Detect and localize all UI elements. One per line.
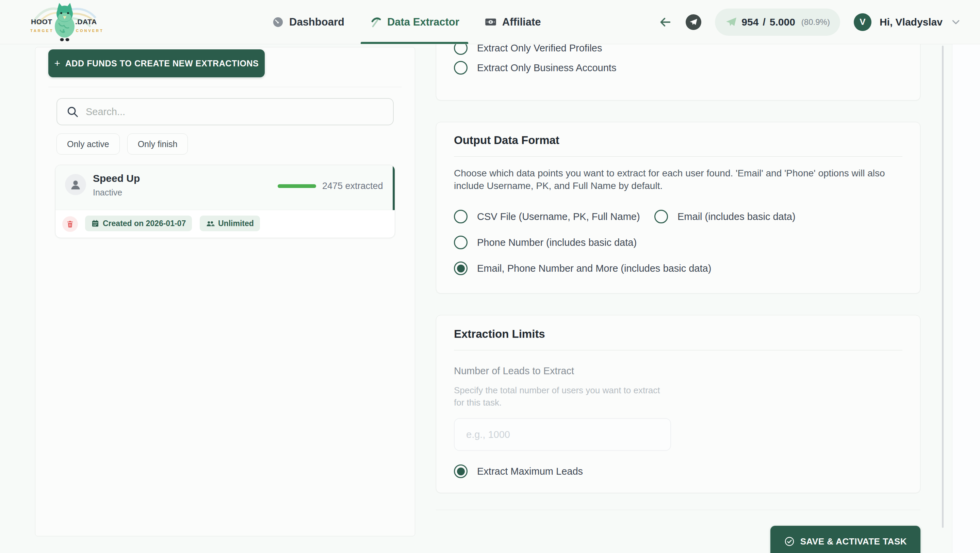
- radio-circle[interactable]: [654, 210, 668, 223]
- search-field: [56, 98, 394, 125]
- back-button[interactable]: [659, 15, 672, 29]
- radio-option-label: Extract Only Business Accounts: [477, 62, 616, 73]
- logo-word-left: HOOT: [31, 18, 52, 26]
- banknote-icon: [485, 16, 497, 28]
- card-title: Output Data Format: [454, 134, 902, 147]
- leads-count-hint: Specify the total number of users you wa…: [454, 384, 672, 409]
- nav-tab-label: Affiliate: [502, 16, 541, 28]
- calendar-icon: [91, 219, 99, 228]
- save-activate-task-button[interactable]: SAVE & ACTIVATE TASK: [770, 526, 920, 553]
- search-icon: [66, 105, 79, 118]
- pickaxe-icon: [369, 16, 382, 28]
- radio-circle-checked[interactable]: [454, 464, 468, 478]
- logo[interactable]: HOOT .DATA TARGET & CONVERT: [29, 0, 102, 44]
- divider: [454, 156, 902, 157]
- chevron-down-icon: [951, 17, 961, 27]
- nav-tab-data-extractor[interactable]: Data Extractor: [369, 0, 460, 44]
- task-status: Inactive: [93, 188, 122, 198]
- radio-option-label: Email, Phone Number and More (includes b…: [477, 263, 711, 274]
- radio-option-phone-number[interactable]: Phone Number (includes basic data): [454, 236, 637, 249]
- divider: [454, 350, 902, 351]
- output-data-format-card: Output Data Format Choose which data poi…: [436, 122, 920, 293]
- user-menu[interactable]: V Hi, Vladyslav: [854, 13, 961, 31]
- divider: [48, 87, 402, 87]
- delete-task-button[interactable]: [62, 216, 78, 232]
- nav-tab-affiliate[interactable]: Affiliate: [485, 0, 541, 44]
- extraction-task-card[interactable]: Speed Up Inactive 2475 extracted: [55, 165, 395, 238]
- card-title: Extraction Limits: [454, 328, 902, 341]
- telegram-icon: [689, 18, 698, 27]
- task-avatar: [65, 174, 86, 195]
- main-nav: Dashboard Data Extractor Affiliate: [272, 0, 541, 44]
- radio-option-csv-file[interactable]: CSV File (Username, PK, Full Name): [454, 210, 654, 223]
- extraction-limits-card: Extraction Limits Number of Leads to Ext…: [436, 315, 920, 493]
- gauge-icon: [272, 16, 284, 28]
- users-icon: [206, 219, 215, 228]
- task-extracted-count: 2475 extracted: [322, 181, 383, 191]
- search-input[interactable]: [86, 106, 384, 118]
- balance-total: 5.000: [770, 16, 795, 28]
- radio-option-extract-maximum-leads[interactable]: Extract Maximum Leads: [454, 464, 902, 478]
- nav-tab-label: Data Extractor: [387, 16, 460, 28]
- leads-count-label: Number of Leads to Extract: [454, 365, 902, 377]
- chip-label: Only active: [67, 139, 109, 149]
- logo-tagline-right: CONVERT: [76, 29, 104, 33]
- task-active-edge: [393, 165, 395, 210]
- footer-divider: [436, 510, 920, 510]
- plus-icon: +: [54, 57, 60, 69]
- add-funds-button[interactable]: + ADD FUNDS TO CREATE NEW EXTRACTIONS: [48, 49, 265, 77]
- task-card-header: Speed Up Inactive 2475 extracted: [56, 165, 395, 210]
- check-circle-icon: [784, 536, 795, 547]
- radio-circle-checked[interactable]: [454, 261, 468, 275]
- radio-circle[interactable]: [454, 236, 468, 249]
- radio-option-label: CSV File (Username, PK, Full Name): [477, 211, 640, 222]
- radio-option-label: Phone Number (includes basic data): [477, 237, 637, 248]
- trash-icon: [66, 220, 75, 228]
- scrollbar-thumb[interactable]: [942, 46, 943, 528]
- arrow-left-icon: [659, 15, 672, 29]
- user-greeting: Hi, Vladyslav: [880, 16, 943, 28]
- balance-percent: (80.9%): [801, 18, 830, 27]
- nav-tab-label: Dashboard: [289, 16, 344, 28]
- task-name: Speed Up: [93, 173, 140, 184]
- task-created-label: Created on 2026-01-07: [103, 219, 186, 228]
- add-funds-label: ADD FUNDS TO CREATE NEW EXTRACTIONS: [65, 59, 259, 69]
- task-limit-badge: Unlimited: [200, 215, 260, 231]
- task-card-footer: Created on 2026-01-07 Unlimited: [56, 210, 395, 238]
- save-button-label: SAVE & ACTIVATE TASK: [800, 536, 907, 547]
- telegram-button[interactable]: [686, 14, 701, 30]
- logo-tagline-amp: &: [62, 29, 66, 33]
- chip-label: Only finish: [138, 139, 178, 149]
- header-right: 954 / 5.000 (80.9%) V Hi, Vladyslav: [659, 0, 961, 44]
- filter-only-finish[interactable]: Only finish: [127, 134, 188, 155]
- balance-pill[interactable]: 954 / 5.000 (80.9%): [715, 8, 840, 36]
- radio-option-email-phone-more[interactable]: Email, Phone Number and More (includes b…: [454, 261, 711, 275]
- radio-option-label: Email (includes basic data): [678, 211, 795, 222]
- radio-option-label: Extract Maximum Leads: [477, 466, 583, 477]
- task-limit-label: Unlimited: [218, 219, 254, 228]
- avatar: V: [854, 13, 872, 31]
- extractions-list-panel: + ADD FUNDS TO CREATE NEW EXTRACTIONS On…: [35, 47, 415, 536]
- task-created-badge: Created on 2026-01-07: [85, 215, 192, 231]
- logo-tagline-left: TARGET: [30, 29, 53, 33]
- paper-plane-icon: [725, 16, 737, 28]
- balance-separator: /: [762, 16, 765, 28]
- filter-only-active[interactable]: Only active: [56, 134, 120, 155]
- scrollbar-gutter: [952, 44, 980, 553]
- card-description: Choose which data points you want to ext…: [454, 167, 902, 192]
- leads-count-input[interactable]: [454, 418, 671, 451]
- person-icon: [69, 178, 82, 191]
- radio-circle[interactable]: [454, 210, 468, 223]
- header: HOOT .DATA TARGET & CONVERT Dashboard: [0, 0, 980, 44]
- radio-circle[interactable]: [454, 61, 468, 75]
- task-progress-bar: [278, 184, 316, 188]
- page-root: Extract Only Verified Profiles Extract O…: [0, 0, 980, 553]
- nav-tab-dashboard[interactable]: Dashboard: [272, 0, 344, 44]
- logo-word-right: .DATA: [75, 18, 97, 26]
- balance-used: 954: [741, 16, 759, 28]
- radio-option-email[interactable]: Email (includes basic data): [654, 210, 795, 223]
- radio-option-business-accounts[interactable]: Extract Only Business Accounts: [454, 61, 902, 75]
